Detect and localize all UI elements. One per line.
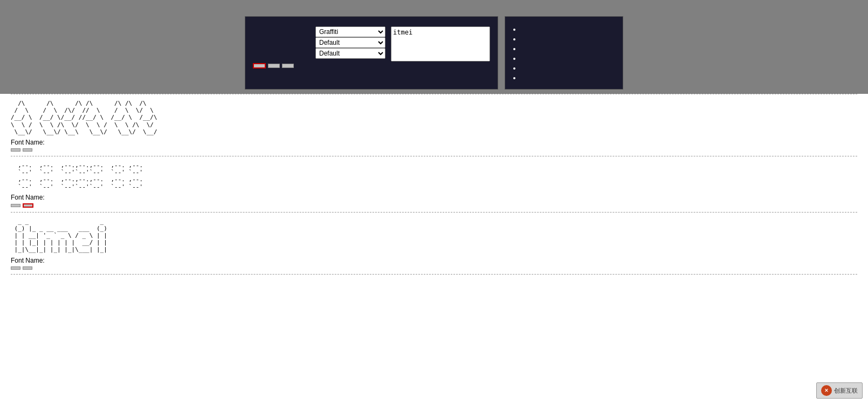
watermark-text: 创新互联: [834, 387, 858, 395]
controls-area: Graffiti Standard Soft Small Isometric1 …: [0, 11, 868, 94]
list-item: [521, 25, 615, 33]
font-select[interactable]: Graffiti Standard Soft Small Isometric1: [315, 26, 385, 37]
char-height-select[interactable]: Default: [315, 48, 385, 59]
other-stuff-panel: [505, 16, 623, 90]
font-row: Graffiti Standard Soft Small Isometric1: [253, 26, 385, 37]
left-controls: Graffiti Standard Soft Small Isometric1 …: [253, 26, 385, 69]
test-all-button[interactable]: [253, 63, 266, 69]
other-stuff-links: [513, 25, 615, 82]
text-input[interactable]: itmei: [391, 26, 490, 61]
watermark: ✕ 创新互联: [816, 382, 863, 399]
char-width-select[interactable]: Default: [315, 37, 385, 48]
font-section-isometric: /\ /\ /\ /\ /\ /\ /\ / \ / \ /\/ // \ / …: [11, 94, 857, 156]
watermark-icon: ✕: [821, 385, 832, 396]
font-name-soft: Font Name:: [11, 194, 857, 201]
list-item: [521, 64, 615, 72]
about-button[interactable]: [282, 64, 294, 68]
list-item: [521, 54, 615, 63]
controls-with-input: Graffiti Standard Soft Small Isometric1 …: [253, 26, 490, 69]
list-item: [521, 74, 615, 82]
font-name-standard: Font Name:: [11, 257, 857, 264]
font-buttons-isometric: [11, 148, 857, 152]
select-copy-button-isometric[interactable]: [23, 148, 32, 152]
main-content: /\ /\ /\ /\ /\ /\ /\ / \ / \ /\/ // \ / …: [0, 94, 868, 404]
use-font-button-standard[interactable]: [11, 266, 20, 270]
font-buttons-soft: [11, 203, 857, 208]
main-controls-panel: Graffiti Standard Soft Small Isometric1 …: [245, 16, 498, 90]
use-font-button-soft[interactable]: [11, 204, 20, 207]
font-section-standard: _ _ _ (_) |_ _ __ ___ ___ (_) | | __| '_…: [11, 213, 857, 275]
font-section-soft: ,--. ,--. ,--.,--.,--. ,--. ,--. `--' `-…: [11, 156, 857, 213]
char-width-row: Default: [253, 37, 385, 48]
ascii-art-isometric: /\ /\ /\ /\ /\ /\ /\ / \ / \ /\/ // \ / …: [11, 100, 857, 135]
more-opts-button[interactable]: [268, 64, 280, 68]
font-buttons-standard: [11, 266, 857, 270]
font-name-isometric: Font Name:: [11, 139, 857, 146]
use-font-button-isometric[interactable]: [11, 148, 20, 152]
action-buttons: [253, 63, 385, 69]
char-height-row: Default: [253, 48, 385, 59]
ascii-art-soft: ,--. ,--. ,--.,--.,--. ,--. ,--. `--' `-…: [11, 162, 857, 190]
list-item: [521, 35, 615, 43]
select-copy-button-standard[interactable]: [23, 266, 32, 270]
select-copy-button-soft[interactable]: [23, 203, 33, 208]
list-item: [521, 45, 615, 53]
top-nav-bar: [0, 0, 868, 11]
ascii-art-standard: _ _ _ (_) |_ _ __ ___ ___ (_) | | __| '_…: [11, 218, 857, 254]
text-input-area: itmei: [391, 26, 490, 69]
